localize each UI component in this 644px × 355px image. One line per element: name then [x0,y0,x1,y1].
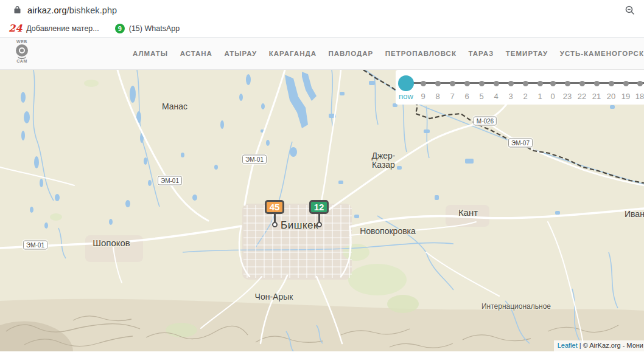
slider-dot[interactable] [479,81,485,86]
bookmark-24kg[interactable]: 24 Добавление матер... [5,22,103,35]
24kg-favicon: 24 [9,24,22,33]
slider-dot[interactable] [609,81,614,86]
marker-base-circle [317,222,322,227]
slider-dot[interactable] [550,81,556,86]
aqi-marker-45[interactable]: 45 [265,200,284,227]
slider-dot[interactable] [421,81,426,86]
bookmark-label: Добавление матер... [26,24,99,33]
slider-dot[interactable] [464,81,470,86]
nav-almaty[interactable]: АЛМАТЫ [133,50,168,57]
bookmarks-bar: 24 Добавление матер... 9 (15) WhatsApp [0,20,644,38]
label-novopokrovka: Новопокровка [360,227,416,236]
road-shield-em01: ЭМ-01 [158,176,182,185]
whatsapp-favicon: 9 [115,24,125,33]
nav-ust-kamenogorsk[interactable]: УСТЬ-КАМЕНОГОРСК [560,50,644,57]
aqi-marker-12[interactable]: 12 [309,200,329,227]
attribution-text: | © AirKaz.org - Мони [578,342,643,349]
label-ivanovka: Ивановка [625,210,644,219]
marker-stem [318,214,320,222]
map-attribution: Leaflet | © AirKaz.org - Мони [554,340,644,351]
slider-dot[interactable] [494,81,499,86]
leaflet-map[interactable]: ЭМ-01 ЭМ-01 ЭМ-01 М-026 ЭМ-07 Манас Джер… [0,70,644,351]
nav-pavlodar[interactable]: ПАВЛОДАР [329,50,374,57]
time-slider[interactable]: now 9 8 7 6 5 4 3 2 1 0 23 22 21 20 19 1… [396,70,644,105]
slider-dot[interactable] [508,81,514,86]
label-dzher-kazar: Джер- Казар [371,151,395,169]
slider-dot[interactable] [623,81,629,86]
zoom-out-icon[interactable] [625,5,635,16]
city-nav: АЛМАТЫ АСТАНА АТЫРАУ КАРАГАНДА ПАВЛОДАР … [133,38,644,69]
site-header: WEB CAM АЛМАТЫ АСТАНА АТЫРАУ КАРАГАНДА П… [0,38,644,70]
aqi-value-sign: 45 [265,200,284,214]
slider-dot[interactable] [579,81,585,86]
url-domain: airkaz.org [27,5,67,15]
aqi-value-sign: 12 [309,200,329,214]
nav-petropavlovsk[interactable]: ПЕТРОПАВЛОВСК [385,50,457,57]
slider-dot[interactable] [594,81,600,86]
lock-icon[interactable] [13,5,21,15]
marker-base-circle [272,222,278,227]
address-bar: airkaz.org/bishkek.php [0,0,644,20]
label-manas: Манас [162,102,187,111]
slider-dot[interactable] [537,81,543,86]
road-shield-em01: ЭМ-01 [242,155,267,164]
nav-taraz[interactable]: ТАРАЗ [469,50,494,57]
bookmark-whatsapp[interactable]: 9 (15) WhatsApp [111,22,183,35]
bookmark-label: (15) WhatsApp [129,24,180,33]
slider-dot[interactable] [450,81,455,86]
road-shield-em01: ЭМ-01 [23,241,47,250]
logo-text-web: WEB [16,40,27,44]
slider-dot[interactable] [435,81,441,86]
slider-dot[interactable] [637,81,643,86]
marker-stem [274,214,276,222]
road-shield-em07: ЭМ-07 [508,139,533,148]
logo-text-cam: CAM [16,59,27,63]
label-shopokov: Шопоков [93,238,130,248]
nav-atyrau[interactable]: АТЫРАУ [225,50,257,57]
url-text[interactable]: airkaz.org/bishkek.php [27,5,117,15]
webcam-icon [16,44,28,57]
nav-karaganda[interactable]: КАРАГАНДА [269,50,317,57]
label-chon-aryk: Чон-Арык [255,292,293,302]
slider-handle[interactable] [398,75,414,91]
nav-astana[interactable]: АСТАНА [180,50,212,57]
leaflet-link[interactable]: Leaflet [558,342,578,349]
label-internatsionalnoye: Интернациональное [481,303,551,311]
webcam-logo[interactable]: WEB CAM [9,40,35,63]
slider-dot[interactable] [523,81,528,86]
url-path: /bishkek.php [67,5,117,15]
label-kant: Кант [458,208,478,218]
nav-temirtau[interactable]: ТЕМИРТАУ [506,50,548,57]
road-shield-m026: М-026 [474,117,497,126]
slider-dot[interactable] [565,81,570,86]
